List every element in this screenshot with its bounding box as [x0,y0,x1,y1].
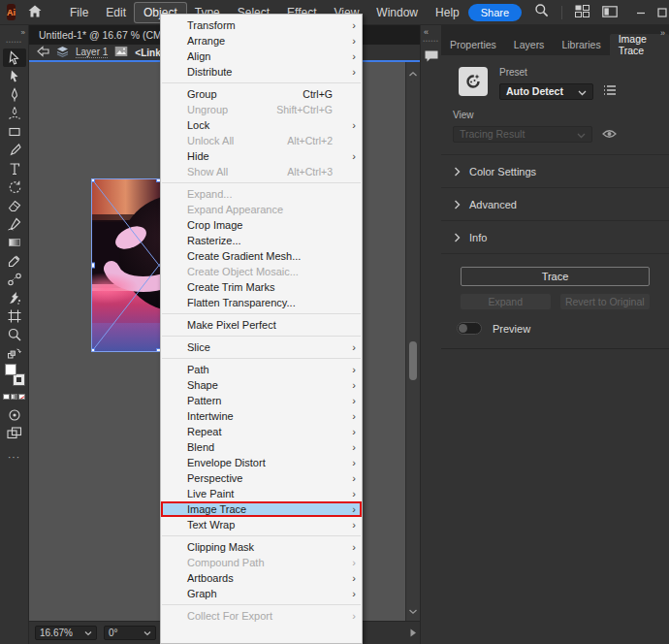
menu-item-blend[interactable]: Blend› [161,439,362,455]
menu-file[interactable]: File [61,3,97,22]
menu-item-make-pixel-perfect[interactable]: Make Pixel Perfect [161,317,362,333]
minimize-icon[interactable] [630,8,652,17]
tab-libraries[interactable]: Libraries [553,34,609,55]
menu-item-shape[interactable]: Shape› [161,377,362,393]
search-icon[interactable] [534,3,549,21]
rotation-select[interactable]: 0° [104,626,156,640]
menu-item-lock[interactable]: Lock› [161,117,362,133]
curvature-tool[interactable] [3,104,26,122]
menu-item-graph[interactable]: Graph› [161,586,362,601]
menu-item-align[interactable]: Align› [161,48,362,64]
menu-item-image-trace[interactable]: Image Trace› [161,501,362,517]
maximize-icon[interactable] [652,8,669,17]
tab-properties[interactable]: Properties [441,34,505,55]
collapse-panels-icon[interactable]: « [424,27,428,37]
artboard-tool[interactable] [3,306,26,325]
rotate-tool[interactable] [3,177,26,196]
section-info[interactable]: Info [441,220,669,253]
revert-button[interactable]: Revert to Original [560,294,651,309]
color-mode-chips[interactable] [3,387,26,405]
comment-panel-icon[interactable] [424,49,439,67]
toolbar-grip[interactable]: •••••• [6,39,22,45]
section-advanced[interactable]: Advanced [441,187,669,220]
shaper-tool[interactable] [3,214,26,233]
draw-mode-icon[interactable] [3,405,26,424]
menu-item-expand-appearance[interactable]: Expand Appearance [161,202,362,217]
menu-item-rasterize[interactable]: Rasterize... [161,233,362,248]
type-tool[interactable] [3,159,26,177]
menu-item-create-object-mosaic[interactable]: Create Object Mosaic... [161,264,362,279]
eyedropper-tool[interactable] [3,251,26,270]
zoom-tool[interactable] [3,325,26,343]
eraser-tool[interactable] [3,196,26,214]
expand-button[interactable]: Expand [461,294,551,309]
menu-item-distribute[interactable]: Distribute› [161,64,362,80]
menu-item-unlock-all[interactable]: Unlock AllAlt+Ctrl+2 [161,133,362,148]
gradient-tool[interactable] [3,233,26,251]
menu-item-create-trim-marks[interactable]: Create Trim Marks [161,279,362,295]
menu-item-clipping-mask[interactable]: Clipping Mask› [161,539,362,555]
menu-item-path[interactable]: Path› [161,362,362,377]
color-chip[interactable] [3,394,10,400]
stroke-swatch[interactable] [14,374,24,385]
menu-item-live-paint[interactable]: Live Paint› [161,486,362,501]
menu-edit[interactable]: Edit [97,3,135,22]
menu-item-arrange[interactable]: Arrange› [161,33,362,48]
menu-help[interactable]: Help [427,3,468,22]
menu-item-group[interactable]: GroupCtrl+G [161,86,362,102]
arrange-documents-icon[interactable] [602,4,618,21]
scroll-up-icon[interactable] [408,64,418,81]
menu-item-pattern[interactable]: Pattern› [161,393,362,408]
trace-button[interactable]: Trace [461,267,650,286]
back-arrow-icon[interactable] [37,45,49,60]
menu-item-hide[interactable]: Hide› [161,148,362,164]
tab-layers[interactable]: Layers [505,34,554,55]
menu-item-show-all[interactable]: Show AllAlt+Ctrl+3 [161,164,362,179]
layer-name-label[interactable]: Layer 1 [76,47,108,58]
scroll-right-icon[interactable] [409,628,417,637]
menu-item-artboards[interactable]: Artboards› [161,570,362,586]
menu-item-expand[interactable]: Expand... [161,186,362,202]
swap-colors[interactable] [3,343,26,362]
preset-menu-icon[interactable] [603,82,617,100]
section-color-settings[interactable]: Color Settings [441,154,669,187]
gradient-chip[interactable] [11,394,17,400]
vertical-scroll-thumb[interactable] [409,341,417,380]
rectangle-tool[interactable] [3,122,26,141]
menu-item-flatten-transparency[interactable]: Flatten Transparency... [161,295,362,310]
none-chip[interactable] [18,394,25,400]
home-button[interactable] [28,4,42,21]
zoom-level-select[interactable]: 16.67% [35,626,97,640]
menu-item-text-wrap[interactable]: Text Wrap› [161,517,362,532]
selection-tool[interactable] [3,48,26,67]
menu-item-collect-for-export[interactable]: Collect For Export› [161,608,362,624]
menu-item-slice[interactable]: Slice› [161,339,362,355]
menu-item-create-gradient-mesh[interactable]: Create Gradient Mesh... [161,248,362,264]
workspace-switcher-icon[interactable] [575,4,589,21]
rail-grip[interactable]: •••••• [423,38,439,44]
screen-mode-icon[interactable] [3,424,26,442]
preview-toggle[interactable] [457,322,482,335]
menu-item-envelope-distort[interactable]: Envelope Distort› [161,455,362,470]
paintbrush-tool[interactable] [3,141,26,159]
direct-selection-tool[interactable] [3,67,26,85]
menu-item-ungroup[interactable]: UngroupShift+Ctrl+G [161,102,362,117]
eye-icon[interactable] [602,125,617,143]
menu-item-repeat[interactable]: Repeat› [161,424,362,439]
menu-item-perspective[interactable]: Perspective› [161,470,362,486]
pen-tool[interactable] [3,85,26,104]
scroll-down-icon[interactable] [408,601,418,619]
menu-item-compound-path[interactable]: Compound Path› [161,555,362,570]
view-dropdown[interactable]: Tracing Result [453,126,592,143]
menu-window[interactable]: Window [367,3,427,22]
blend-tool[interactable] [3,270,26,288]
expand-panels-icon[interactable]: » [660,28,664,38]
preset-dropdown[interactable]: Auto Detect [499,83,593,100]
fill-stroke-indicator[interactable] [3,362,26,387]
menu-item-crop-image[interactable]: Crop Image [161,217,362,233]
symbol-sprayer-tool[interactable] [3,288,26,306]
vertical-scrollbar[interactable] [405,62,420,621]
fill-swatch[interactable] [5,364,16,375]
toolbar-expand-icon[interactable]: » [21,28,24,37]
share-button[interactable]: Share [468,4,522,21]
